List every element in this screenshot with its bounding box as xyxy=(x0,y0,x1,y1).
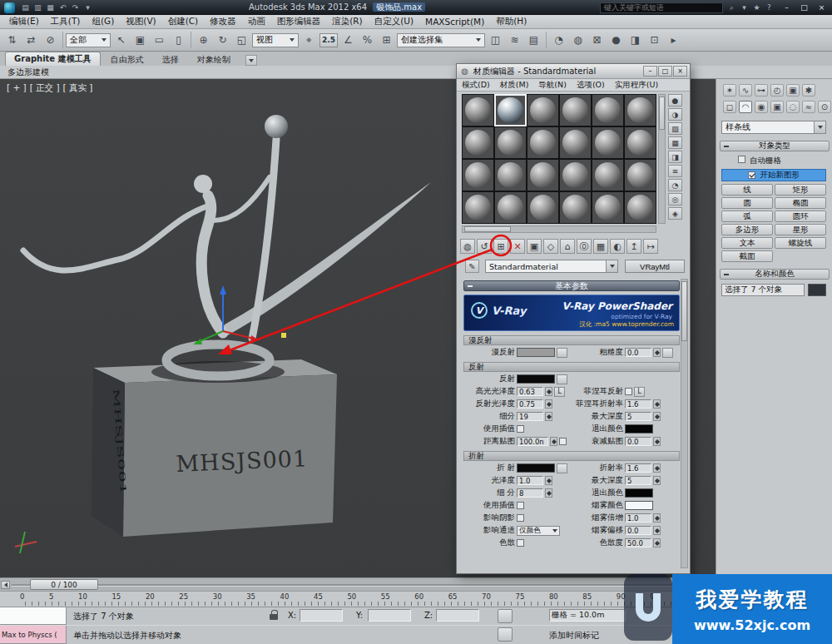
sample-slot[interactable] xyxy=(592,94,624,126)
map-button[interactable] xyxy=(557,348,567,358)
material-editor-menu-item[interactable]: 选项(O) xyxy=(572,80,610,91)
spinner[interactable] xyxy=(653,399,661,409)
dispersion-amount-field[interactable]: 50.0 xyxy=(625,538,651,547)
shape-button[interactable]: 圆环 xyxy=(775,211,826,222)
refract-color-swatch[interactable] xyxy=(517,463,555,473)
exit-color-swatch[interactable] xyxy=(625,488,653,498)
toolbar-icon[interactable]: ◨ xyxy=(626,31,645,50)
previous-frame-button[interactable] xyxy=(1,581,10,589)
app-logo-icon[interactable] xyxy=(4,2,15,13)
sample-horizontal-scrollbar[interactable] xyxy=(462,225,656,233)
material-tool-icon[interactable]: ◇ xyxy=(543,239,558,254)
toolbar-icon[interactable]: ▭ xyxy=(150,31,169,50)
menu-item[interactable]: 帮助(H) xyxy=(490,15,532,28)
shape-button[interactable]: 星形 xyxy=(775,224,826,235)
dim-distance-checkbox[interactable] xyxy=(559,438,567,445)
infocenter-icon[interactable]: ⌕ xyxy=(726,2,738,13)
reflection-glossiness-field[interactable]: 0.75 xyxy=(517,399,543,409)
spinner[interactable] xyxy=(653,526,661,535)
sample-slot[interactable] xyxy=(592,126,624,159)
menu-item[interactable]: 渲染(R) xyxy=(326,15,369,28)
subdivs-field[interactable]: 19 xyxy=(517,412,543,421)
start-new-shape-button[interactable]: 开始新图形 xyxy=(721,169,826,181)
toolbar-icon[interactable]: ◫ xyxy=(486,31,505,50)
transform-tool-icon[interactable]: ↻ xyxy=(213,31,232,50)
selection-filter-dropdown[interactable]: 全部 xyxy=(66,33,111,47)
reference-coordinate-dropdown[interactable]: 视图 xyxy=(252,33,299,47)
status-icon[interactable] xyxy=(498,609,513,623)
affect-shadows-checkbox[interactable] xyxy=(517,514,524,522)
sample-slot[interactable] xyxy=(462,159,494,191)
material-tool-icon[interactable]: ◐ xyxy=(610,239,625,254)
material-tool-icon[interactable]: ▣ xyxy=(527,239,542,254)
map-button[interactable] xyxy=(662,348,673,358)
sample-slot[interactable] xyxy=(624,159,656,191)
time-slider-handle[interactable]: 0 / 100 xyxy=(30,579,98,590)
search-input[interactable] xyxy=(600,2,723,13)
dim-distance-field[interactable]: 100.0n xyxy=(517,437,548,446)
material-editor-menu-item[interactable]: 模式(D) xyxy=(457,80,495,91)
toolbar-icon[interactable]: ▯ xyxy=(169,31,188,50)
sample-slot[interactable] xyxy=(527,94,559,126)
affect-channels-dropdown[interactable]: 仅颜色 xyxy=(517,526,560,536)
maxscript-macro-recorder[interactable]: Max to Physcs ( xyxy=(0,626,67,644)
toolbar-icon[interactable]: ◍ xyxy=(568,31,587,50)
sample-slot[interactable] xyxy=(527,191,559,224)
sample-tool-icon[interactable]: ◎ xyxy=(668,193,682,206)
ior-field[interactable]: 1.6 xyxy=(625,463,651,473)
tab-graphite-modeling[interactable]: Graphite 建模工具 xyxy=(5,52,101,66)
viewport-menu-general[interactable]: [ + ] xyxy=(7,82,27,94)
sample-slot[interactable] xyxy=(494,191,527,224)
sample-slot[interactable] xyxy=(494,126,527,159)
material-tool-icon[interactable]: ↺ xyxy=(477,239,492,254)
material-tool-icon[interactable]: ⓪ xyxy=(577,239,592,254)
spinner[interactable] xyxy=(653,437,661,446)
fog-multiplier-field[interactable]: 1.0 xyxy=(625,513,651,523)
lock-button[interactable]: L xyxy=(634,387,645,397)
quick-access-icon[interactable]: ↶ xyxy=(57,2,69,13)
infocenter-icon[interactable]: ▾ xyxy=(738,2,750,13)
material-type-button[interactable]: VRayMtl xyxy=(625,260,685,273)
time-slider-track[interactable] xyxy=(12,584,704,587)
toolbar-icon[interactable]: ⇅ xyxy=(2,31,22,50)
dispersion-checkbox[interactable] xyxy=(517,539,524,547)
sample-slot[interactable] xyxy=(527,126,559,159)
quick-access-icon[interactable]: ▦ xyxy=(44,2,57,13)
spinner[interactable] xyxy=(545,488,552,498)
material-tool-icon[interactable]: ▦ xyxy=(593,239,608,254)
sample-slot[interactable] xyxy=(462,126,494,159)
sample-slot[interactable] xyxy=(559,191,592,224)
sample-tool-icon[interactable]: ▦ xyxy=(668,136,682,149)
menu-item[interactable]: 组(G) xyxy=(86,15,120,28)
create-category-icon[interactable]: ⊙ xyxy=(818,101,831,113)
shape-button[interactable]: 多边形 xyxy=(721,224,773,235)
sample-slot[interactable] xyxy=(592,159,624,191)
material-editor-menu-item[interactable]: 实用程序(U) xyxy=(610,80,663,91)
spinner[interactable] xyxy=(653,538,661,547)
start-new-shape-checkbox[interactable] xyxy=(748,171,755,179)
tab-object-paint[interactable]: 对象绘制 xyxy=(189,53,239,66)
material-tool-icon[interactable]: ◍ xyxy=(460,239,475,254)
track-bar[interactable]: 0510152025303540455055606570758085909510… xyxy=(0,591,716,607)
menu-item[interactable]: 视图(V) xyxy=(120,15,161,28)
sample-tool-icon[interactable]: ◔ xyxy=(668,179,682,191)
sample-tool-icon[interactable]: ▨ xyxy=(668,122,682,135)
shape-button[interactable]: 矩形 xyxy=(775,184,826,196)
subtab-polygon-modeling[interactable]: 多边形建模 xyxy=(7,67,49,78)
rollout-object-type[interactable]: 对象类型 xyxy=(720,141,830,151)
snap-toggle[interactable]: 2.5 xyxy=(319,33,338,47)
fog-bias-field[interactable]: 0.0 xyxy=(625,526,651,535)
y-coordinate-field[interactable] xyxy=(368,609,411,622)
sample-slot[interactable] xyxy=(494,159,527,191)
object-color-swatch[interactable] xyxy=(808,284,826,296)
spinner[interactable] xyxy=(545,412,552,421)
sample-tool-icon[interactable]: ◨ xyxy=(668,151,682,163)
menu-item[interactable]: 自定义(U) xyxy=(369,15,419,28)
add-time-tag[interactable]: 添加时间标记 xyxy=(549,630,599,642)
selection-lock-icon[interactable] xyxy=(270,614,278,620)
toolbar-icon[interactable]: ▸ xyxy=(664,31,683,50)
material-editor-menu-item[interactable]: 导航(N) xyxy=(533,80,572,91)
toolbar-icon[interactable]: ◔ xyxy=(549,31,568,50)
material-tool-icon[interactable]: ⌂ xyxy=(560,239,575,254)
toolbar-icon[interactable]: ▣ xyxy=(131,31,150,50)
